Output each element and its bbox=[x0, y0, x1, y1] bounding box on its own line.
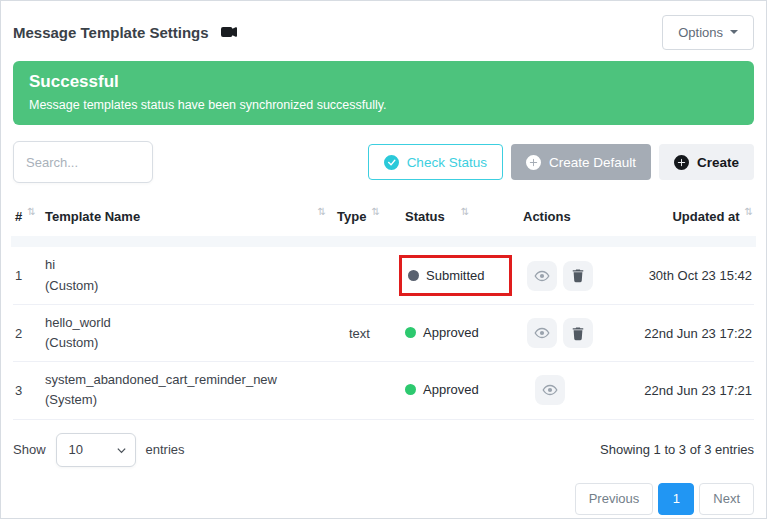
check-status-label: Check Status bbox=[407, 155, 487, 170]
status-badge: Approved bbox=[405, 325, 479, 340]
status-label: Submitted bbox=[426, 268, 485, 283]
video-camera-icon bbox=[220, 24, 238, 40]
delete-button[interactable] bbox=[563, 261, 593, 291]
current-page-button[interactable]: 1 bbox=[658, 483, 694, 515]
template-name: hi bbox=[45, 255, 337, 275]
template-name: hello_world bbox=[45, 313, 337, 333]
actions-cell bbox=[523, 261, 629, 291]
column-header-index[interactable]: # ⇅ bbox=[15, 209, 45, 224]
sort-icon: ⇅ bbox=[371, 206, 378, 217]
create-default-button[interactable]: Create Default bbox=[511, 144, 651, 180]
row-index: 3 bbox=[15, 383, 45, 398]
eye-icon bbox=[542, 382, 558, 398]
toolbar-buttons: Check Status Create Default Create bbox=[368, 144, 754, 180]
page-size-select-wrap: 10 bbox=[56, 433, 136, 467]
options-button-label: Options bbox=[678, 25, 723, 40]
sort-icon: ⇅ bbox=[318, 206, 325, 217]
template-category: (Custom) bbox=[45, 333, 337, 353]
updated-at-cell: 22nd Jun 23 17:21 bbox=[629, 383, 752, 398]
eye-icon bbox=[534, 268, 550, 284]
column-header-type[interactable]: Type ⇅ bbox=[337, 209, 405, 224]
sort-icon: ⇅ bbox=[745, 206, 752, 217]
plus-circle-icon bbox=[526, 155, 541, 170]
view-button[interactable] bbox=[527, 318, 557, 348]
status-badge: Approved bbox=[405, 382, 479, 397]
create-label: Create bbox=[697, 155, 739, 170]
trash-icon bbox=[571, 326, 585, 341]
status-label: Approved bbox=[423, 382, 479, 397]
row-index: 2 bbox=[15, 326, 45, 341]
title-wrap: Message Template Settings bbox=[13, 24, 238, 41]
template-name-cell: hi (Custom) bbox=[45, 255, 337, 295]
template-name: system_abandoned_cart_reminder_new bbox=[45, 370, 337, 390]
template-category: (Custom) bbox=[45, 276, 337, 296]
show-label: Show bbox=[13, 442, 46, 457]
toolbar: Check Status Create Default Create bbox=[13, 141, 754, 183]
column-header-updated-at[interactable]: Updated at ⇅ bbox=[629, 209, 752, 224]
page-title: Message Template Settings bbox=[13, 24, 209, 41]
column-header-status[interactable]: Status ⇅ bbox=[405, 209, 523, 224]
check-status-button[interactable]: Check Status bbox=[368, 144, 503, 180]
row-index: 1 bbox=[15, 268, 45, 283]
actions-cell bbox=[523, 375, 629, 405]
trash-icon bbox=[571, 268, 585, 283]
type-cell: text bbox=[337, 326, 405, 341]
topbar: Message Template Settings Options bbox=[13, 1, 754, 49]
column-header-actions: Actions bbox=[523, 209, 629, 224]
template-name-cell: system_abandoned_cart_reminder_new (Syst… bbox=[45, 370, 337, 410]
status-dot bbox=[405, 384, 416, 395]
page-size-select[interactable]: 10 bbox=[56, 433, 136, 467]
updated-at-cell: 30th Oct 23 15:42 bbox=[629, 268, 752, 283]
message-template-settings-page: Message Template Settings Options Succes… bbox=[0, 0, 767, 519]
entries-label: entries bbox=[146, 442, 185, 457]
eye-icon bbox=[534, 325, 550, 341]
success-alert: Successful Message templates status have… bbox=[13, 61, 754, 125]
status-dot bbox=[408, 270, 419, 281]
table-header: # ⇅ Template Name ⇅ Type ⇅ Status ⇅ Acti… bbox=[13, 197, 754, 236]
table-row: 1 hi (Custom) Submitted 30th Oct 23 15:4… bbox=[13, 247, 754, 305]
column-header-template-name[interactable]: Template Name ⇅ bbox=[45, 209, 337, 224]
plus-circle-icon bbox=[674, 155, 689, 170]
table-footer: Show 10 entries Showing 1 to 3 of 3 entr… bbox=[13, 433, 754, 467]
next-page-button[interactable]: Next bbox=[699, 483, 754, 515]
search-input[interactable] bbox=[13, 141, 153, 183]
status-label: Approved bbox=[423, 325, 479, 340]
table-row: 3 system_abandoned_cart_reminder_new (Sy… bbox=[13, 362, 754, 419]
view-button[interactable] bbox=[535, 375, 565, 405]
table-header-divider bbox=[11, 236, 756, 247]
updated-at-cell: 22nd Jun 23 17:22 bbox=[629, 326, 752, 341]
options-button[interactable]: Options bbox=[662, 15, 754, 50]
create-button[interactable]: Create bbox=[659, 144, 754, 180]
check-circle-icon bbox=[384, 155, 399, 170]
status-cell: Approved bbox=[405, 382, 523, 398]
pagination: Previous 1 Next bbox=[13, 483, 754, 515]
template-category: (System) bbox=[45, 390, 337, 410]
caret-down-icon bbox=[730, 30, 738, 34]
alert-title: Successful bbox=[29, 72, 738, 92]
status-cell: Approved bbox=[405, 325, 523, 341]
previous-page-button[interactable]: Previous bbox=[575, 483, 654, 515]
status-badge-highlighted: Submitted bbox=[399, 255, 512, 296]
status-cell: Submitted bbox=[405, 255, 523, 296]
sort-icon: ⇅ bbox=[27, 206, 34, 217]
sort-icon: ⇅ bbox=[461, 206, 468, 217]
status-dot bbox=[405, 327, 416, 338]
create-default-label: Create Default bbox=[549, 155, 636, 170]
delete-button[interactable] bbox=[563, 318, 593, 348]
entries-summary: Showing 1 to 3 of 3 entries bbox=[600, 442, 754, 457]
template-name-cell: hello_world (Custom) bbox=[45, 313, 337, 353]
table-row: 2 hello_world (Custom) text Approved 22n… bbox=[13, 305, 754, 362]
actions-cell bbox=[523, 318, 629, 348]
alert-message: Message templates status have been synch… bbox=[29, 98, 738, 112]
view-button[interactable] bbox=[527, 261, 557, 291]
